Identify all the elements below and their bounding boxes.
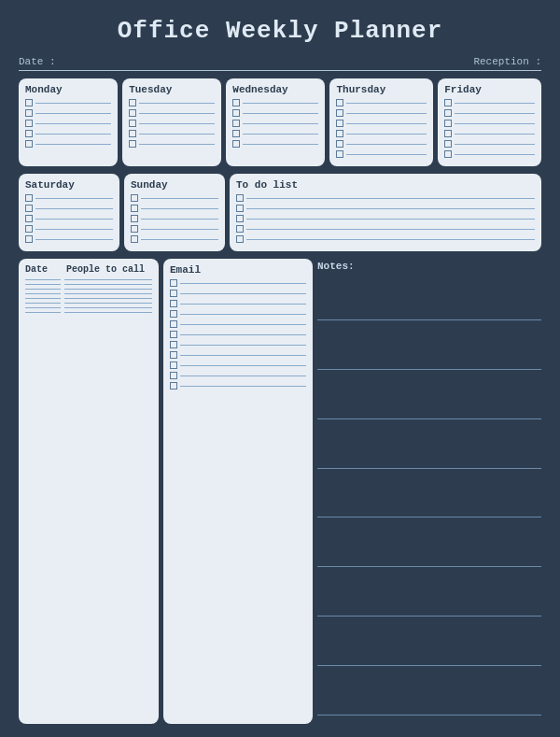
checkbox[interactable] [170,372,177,379]
checkbox[interactable] [131,235,138,243]
checkbox[interactable] [170,320,177,328]
sunday-box: Sunday [124,174,225,251]
checkbox[interactable] [336,140,343,148]
checkbox[interactable] [170,331,177,338]
checkbox[interactable] [170,341,177,348]
checkbox[interactable] [336,120,343,127]
checkbox[interactable] [236,205,244,212]
checkbox[interactable] [170,351,177,359]
thursday-box: Thursday [329,78,433,166]
dp-row-1 [25,279,152,280]
sunday-title: Sunday [131,179,218,191]
checkbox[interactable] [131,215,138,222]
email-item-4 [170,310,306,318]
sunday-item-1 [131,194,218,202]
checkbox[interactable] [25,140,33,148]
thursday-item-1 [336,99,427,106]
todo-item-4 [236,225,535,233]
saturday-item-3 [25,215,113,222]
header-row: Date : Reception : [19,56,541,71]
wednesday-item-2 [232,109,318,117]
monday-item-2 [25,109,111,117]
thursday-title: Thursday [336,84,427,95]
checkbox[interactable] [25,215,33,222]
checkbox[interactable] [25,120,33,127]
checkbox[interactable] [236,225,244,233]
checkbox[interactable] [232,109,240,117]
tuesday-item-2 [129,109,215,117]
monday-item-1 [25,99,111,106]
checkbox[interactable] [444,150,452,158]
thursday-item-5 [336,140,427,148]
email-item-2 [170,290,306,297]
checkbox[interactable] [129,99,136,106]
checkbox[interactable] [444,130,452,137]
checkbox[interactable] [25,99,33,106]
saturday-item-5 [25,235,113,243]
date-people-box: Date People to call [19,259,159,724]
notes-title: Notes: [317,261,541,272]
friday-item-5 [444,140,535,148]
checkbox[interactable] [25,130,33,137]
monday-item-3 [25,120,111,127]
checkbox[interactable] [236,215,244,222]
sunday-item-4 [131,225,218,233]
checkbox[interactable] [129,120,136,127]
notes-line-8 [317,623,541,666]
checkbox[interactable] [129,140,136,148]
people-col-header: People to call [66,264,145,276]
saturday-item-2 [25,205,113,212]
checkbox[interactable] [232,99,240,106]
tuesday-item-5 [129,140,215,148]
checkbox[interactable] [131,194,138,202]
checkbox[interactable] [444,109,452,117]
checkbox[interactable] [444,99,452,106]
email-item-6 [170,331,306,338]
checkbox[interactable] [25,109,33,117]
checkbox[interactable] [232,120,240,127]
checkbox[interactable] [131,205,138,212]
checkbox[interactable] [25,194,33,202]
checkbox[interactable] [129,130,136,137]
checkbox[interactable] [170,300,177,307]
notes-line-6 [317,524,541,567]
checkbox[interactable] [170,279,177,287]
tuesday-item-4 [129,130,215,137]
friday-item-6 [444,150,535,158]
checkbox[interactable] [236,235,244,243]
checkbox[interactable] [336,150,343,158]
monday-item-4 [25,130,111,137]
checkbox[interactable] [170,361,177,369]
checkbox[interactable] [232,140,240,148]
friday-item-3 [444,120,535,127]
tuesday-item-3 [129,120,215,127]
date-label: Date : [19,56,56,67]
checkbox[interactable] [25,205,33,212]
dp-row-2 [25,284,152,285]
checkbox[interactable] [444,140,452,148]
checkbox[interactable] [236,194,244,202]
checkbox[interactable] [170,382,177,390]
friday-box: Friday [438,78,541,166]
monday-item-5 [25,140,111,148]
dp-row-6 [25,303,152,304]
friday-item-4 [444,130,535,137]
checkbox[interactable] [170,310,177,318]
checkbox[interactable] [336,109,343,117]
dp-row-7 [25,307,152,308]
checkbox[interactable] [336,130,343,137]
monday-box: Monday [19,78,118,166]
checkbox[interactable] [170,290,177,297]
checkbox[interactable] [444,120,452,127]
checkbox[interactable] [131,225,138,233]
tuesday-box: Tuesday [122,78,221,166]
saturday-item-4 [25,225,113,233]
checkbox[interactable] [25,225,33,233]
email-item-7 [170,341,306,348]
checkbox[interactable] [232,130,240,137]
notes-line-2 [317,327,541,370]
wednesday-box: Wednesday [226,78,325,166]
checkbox[interactable] [129,109,136,117]
checkbox[interactable] [336,99,343,106]
checkbox[interactable] [25,235,33,243]
